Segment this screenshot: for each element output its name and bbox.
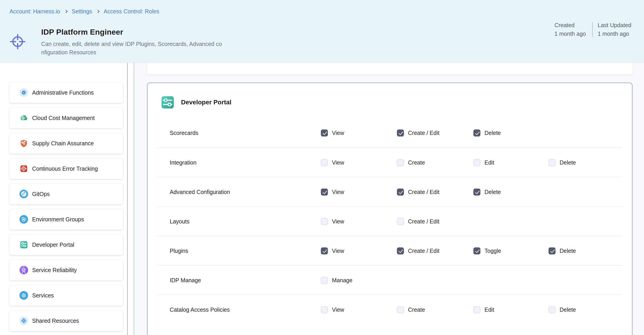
git-branch-icon (19, 190, 28, 198)
page-title: IDP Platform Engineer (41, 28, 123, 36)
sidebar-item-label: Cloud Cost Management (32, 108, 95, 128)
developer-portal-icon (161, 95, 175, 109)
permission-label: View (332, 189, 344, 195)
table-row-advanced-configuration: Advanced Configuration View Create / Edi… (156, 177, 623, 206)
permission-label: Create / Edit (408, 130, 440, 136)
role-details-page: Account: Harness.io Settings Access Cont… (0, 0, 644, 335)
reliability-check-icon (19, 266, 28, 274)
permission-checkbox-delete[interactable] (548, 248, 556, 254)
permission-label: Create / Edit (408, 218, 440, 225)
service-hexagon-icon (19, 291, 28, 300)
permission-label: Delete (484, 189, 501, 195)
resource-label: Catalog Access Policies (170, 295, 230, 324)
permission-checkbox-create-edit[interactable] (397, 248, 404, 254)
permission-label: Toggle (484, 248, 501, 254)
resource-label: Integration (170, 148, 196, 177)
role-description-line2: nfiguration Resources (41, 49, 96, 56)
permission-label: Delete (560, 248, 576, 254)
page-header: Account: Harness.io Settings Access Cont… (0, 0, 644, 63)
sidebar-item-label: GitOps (32, 184, 50, 204)
sidebar-item-label: Developer Portal (32, 234, 74, 255)
resource-label: Plugins (170, 236, 188, 266)
resource-label: Advanced Configuration (170, 177, 230, 207)
permission-label: Delete (560, 306, 576, 313)
developer-portal-permissions-card: Developer Portal Scorecards View Create … (147, 82, 632, 335)
created-value: 1 month ago (554, 30, 586, 37)
last-updated-meta: Last Updated 1 month ago (593, 22, 631, 37)
sidebar-item-developer-portal[interactable]: Developer Portal (10, 234, 123, 255)
crosshair-target-icon (9, 33, 26, 51)
permission-label: View (332, 159, 344, 166)
permission-checkbox-delete[interactable] (548, 306, 556, 313)
permission-checkbox-view[interactable] (321, 159, 328, 166)
permission-checkbox-view[interactable] (321, 130, 328, 136)
resource-label: IDP Manage (170, 266, 201, 295)
table-row-scorecards: Scorecards View Create / Edit Delete (156, 118, 623, 148)
table-row-catalog-access-policies: Catalog Access Policies View Create Edit… (156, 295, 623, 324)
chevron-right-icon (96, 10, 100, 13)
sidebar-item-label: Services (32, 285, 54, 306)
shield-network-icon (19, 139, 28, 148)
permission-checkbox-view[interactable] (321, 188, 328, 196)
sidebar-item-label: Supply Chain Assurance (32, 133, 94, 154)
sidebar-item-services[interactable]: Services (10, 285, 123, 306)
card-title: Developer Portal (181, 95, 232, 109)
permission-checkbox-delete[interactable] (474, 130, 480, 136)
role-description-line1: Can create, edit, delete and view IDP Pl… (41, 41, 222, 47)
table-row-layouts: Layouts View Create / Edit (156, 206, 623, 236)
last-updated-value: 1 month ago (598, 30, 631, 37)
previous-section-card (147, 63, 632, 74)
permission-checkbox-edit[interactable] (474, 306, 480, 313)
sidebar-divider (127, 63, 128, 335)
permission-checkbox-create-edit[interactable] (397, 188, 404, 196)
breadcrumb-roles-link[interactable]: Access Control: Roles (104, 8, 159, 15)
permission-checkbox-create-edit[interactable] (397, 218, 404, 225)
svg-text:$: $ (22, 117, 24, 119)
permission-checkbox-edit[interactable] (474, 159, 480, 166)
sidebar-item-label: Shared Resources (32, 310, 79, 331)
permission-checkbox-view[interactable] (321, 306, 328, 313)
sidebar-item-administrative-functions[interactable]: Administrative Functions (10, 82, 123, 103)
sidebar-item-label: Service Reliability (32, 260, 77, 280)
permission-label: Edit (484, 159, 494, 166)
sidebar-item-shared-resources[interactable]: Shared Resources (10, 310, 123, 331)
error-target-icon (19, 164, 28, 173)
permission-checkbox-create[interactable] (397, 159, 404, 166)
permission-checkbox-view[interactable] (321, 218, 328, 225)
sidebar-item-continuous-error-tracking[interactable]: Continuous Error Tracking (10, 158, 123, 179)
permissions-pane: Developer Portal Scorecards View Create … (134, 63, 644, 335)
permission-checkbox-delete[interactable] (548, 159, 556, 166)
hexagon-group-icon (19, 215, 28, 224)
permission-checkbox-delete[interactable] (474, 188, 480, 196)
permission-label: Delete (484, 130, 501, 136)
breadcrumb-account-link[interactable]: Account: Harness.io (10, 8, 60, 15)
permission-checkbox-view[interactable] (321, 248, 328, 254)
sidebar-item-supply-chain-assurance[interactable]: Supply Chain Assurance (10, 133, 123, 154)
permission-label: Delete (560, 159, 576, 166)
permission-label: Create (408, 306, 425, 313)
shared-diamond-icon (19, 316, 28, 325)
sidebar-item-cloud-cost-management[interactable]: $ Cloud Cost Management (10, 108, 123, 128)
sidebar-item-gitops[interactable]: GitOps (10, 184, 123, 204)
permission-checkbox-toggle[interactable] (474, 248, 480, 254)
permission-label: Create (408, 159, 425, 166)
cloud-dollar-icon: $ (19, 114, 28, 122)
permission-checkbox-create-edit[interactable] (397, 130, 404, 136)
sidebar-item-label: Continuous Error Tracking (32, 158, 98, 179)
permission-checkbox-create[interactable] (397, 306, 404, 313)
created-label: Created (554, 22, 586, 28)
breadcrumb-settings-link[interactable]: Settings (72, 8, 92, 15)
permissions-table: Scorecards View Create / Edit Delete Int… (156, 118, 623, 324)
permission-label: Create / Edit (408, 248, 440, 254)
permission-label: View (332, 130, 344, 136)
sidebar-item-service-reliability[interactable]: Service Reliability (10, 260, 123, 280)
permission-label: View (332, 248, 344, 254)
table-row-idp-manage: IDP Manage Manage (156, 265, 623, 295)
role-description: Can create, edit, delete and view IDP Pl… (41, 40, 222, 56)
permission-label: View (332, 218, 344, 225)
sidebar-item-environment-groups[interactable]: Environment Groups (10, 209, 123, 230)
main-pane-divider (134, 63, 134, 335)
permission-checkbox-manage[interactable] (321, 277, 328, 284)
breadcrumb: Account: Harness.io Settings Access Cont… (10, 8, 159, 15)
chevron-right-icon (64, 10, 68, 13)
